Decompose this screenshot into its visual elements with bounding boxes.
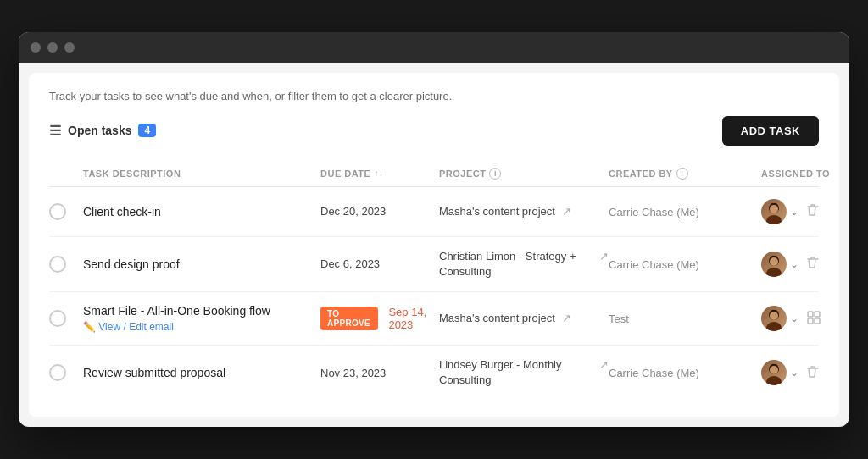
- view-edit-email-link[interactable]: ✏️ View / Edit email: [83, 321, 174, 333]
- titlebar: [19, 32, 849, 63]
- header-row: ☰ Open tasks 4 ADD TASK: [49, 116, 819, 146]
- table-row: Review submitted proposalNov 23, 2023Lin…: [49, 346, 819, 400]
- project-cell: Lindsey Burger - Monthly Consulting↗︎: [439, 357, 609, 388]
- assigned-to-cell: ⌄: [761, 199, 849, 224]
- svg-point-4: [766, 268, 782, 277]
- col-created: CREATED BY i: [609, 168, 761, 180]
- avatar: [761, 199, 787, 224]
- col-check: [49, 168, 83, 180]
- svg-point-1: [766, 215, 782, 224]
- task-description-cell: Smart File - All-in-One Booking flow✏️ V…: [83, 304, 320, 333]
- dot-red: [31, 42, 41, 53]
- created-by-cell: Carrie Chase (Me): [609, 204, 761, 219]
- copy-icon[interactable]: [807, 311, 821, 327]
- created-by-value: Carrie Chase (Me): [609, 258, 699, 271]
- col-assigned: ASSIGNED TO: [761, 168, 849, 180]
- task-name: Send design proof: [83, 257, 320, 271]
- add-task-button[interactable]: ADD TASK: [722, 116, 819, 146]
- due-date-value: Dec 20, 2023: [320, 205, 386, 218]
- task-check[interactable]: [49, 364, 83, 381]
- assigned-to-cell: ⌄: [761, 306, 849, 331]
- sort-icon[interactable]: ↑↓: [374, 169, 383, 178]
- external-link-icon[interactable]: ↗︎: [599, 250, 609, 263]
- col-project: PROJECT i: [439, 168, 609, 180]
- avatar: [761, 252, 787, 277]
- project-name: Lindsey Burger - Monthly Consulting: [439, 357, 593, 388]
- svg-point-7: [766, 322, 782, 331]
- app-window: Track your tasks to see what's due and w…: [19, 32, 849, 428]
- svg-rect-12: [815, 318, 820, 324]
- task-description-cell: Client check-in: [83, 205, 320, 218]
- project-info-icon[interactable]: i: [489, 168, 501, 180]
- due-date-value: Dec 6, 2023: [320, 257, 380, 270]
- delete-icon[interactable]: [807, 365, 819, 381]
- task-name: Review submitted proposal: [83, 366, 320, 379]
- project-name: Masha's content project: [439, 204, 555, 219]
- due-date-cell: TO APPROVESep 14, 2023: [320, 306, 439, 331]
- svg-rect-9: [808, 312, 813, 317]
- assigned-dropdown-icon[interactable]: ⌄: [790, 312, 798, 324]
- assigned-dropdown-icon[interactable]: ⌄: [790, 258, 798, 270]
- complete-checkbox[interactable]: [49, 203, 66, 220]
- task-sub-actions: ✏️ View / Edit email: [83, 321, 320, 333]
- svg-point-15: [770, 366, 778, 374]
- dot-green: [64, 42, 75, 53]
- open-tasks-section: ☰ Open tasks 4: [49, 123, 156, 139]
- due-date-cell: Dec 6, 2023: [320, 257, 439, 270]
- svg-point-8: [770, 312, 778, 320]
- table-row: Smart File - All-in-One Booking flow✏️ V…: [49, 292, 819, 346]
- dot-yellow: [47, 42, 58, 53]
- avatar: [761, 306, 787, 331]
- svg-rect-11: [808, 318, 813, 324]
- col-task: TASK DESCRIPTION: [83, 168, 320, 180]
- task-description-cell: Review submitted proposal: [83, 366, 320, 379]
- task-name: Client check-in: [83, 205, 320, 218]
- created-by-cell: Test: [609, 311, 761, 326]
- status-badge: TO APPROVE: [320, 307, 378, 330]
- assigned-dropdown-icon[interactable]: ⌄: [790, 206, 798, 218]
- svg-point-5: [770, 257, 778, 266]
- open-tasks-label: Open tasks: [68, 124, 131, 137]
- project-cell: Masha's content project↗︎: [439, 311, 609, 326]
- delete-icon[interactable]: [807, 203, 819, 219]
- due-date-cell: Dec 20, 2023: [320, 205, 439, 218]
- table-row: Client check-inDec 20, 2023Masha's conte…: [49, 187, 819, 237]
- created-by-cell: Carrie Chase (Me): [609, 365, 761, 380]
- svg-point-2: [770, 205, 778, 213]
- complete-checkbox[interactable]: [49, 256, 66, 273]
- assigned-to-cell: ⌄: [761, 252, 849, 277]
- filter-icon[interactable]: ☰: [49, 123, 61, 139]
- created-info-icon[interactable]: i: [676, 168, 688, 180]
- svg-rect-10: [815, 312, 820, 317]
- main-content: Track your tasks to see what's due and w…: [29, 73, 839, 418]
- created-by-value: Carrie Chase (Me): [609, 367, 699, 379]
- due-date-cell: Nov 23, 2023: [320, 367, 439, 379]
- external-link-icon[interactable]: ↗︎: [599, 358, 609, 371]
- assigned-dropdown-icon[interactable]: ⌄: [790, 367, 798, 379]
- table-header: TASK DESCRIPTION DUE DATE ↑↓ PROJECT i C…: [49, 163, 819, 187]
- complete-checkbox[interactable]: [49, 310, 66, 327]
- due-date-value: Sep 14, 2023: [388, 306, 439, 331]
- task-table-body: Client check-inDec 20, 2023Masha's conte…: [49, 187, 819, 401]
- project-name: Christian Limon - Strategy + Consulting: [439, 249, 593, 279]
- created-by-value: Carrie Chase (Me): [609, 206, 699, 218]
- task-name: Smart File - All-in-One Booking flow: [83, 304, 320, 318]
- task-check[interactable]: [49, 256, 83, 273]
- svg-point-14: [766, 376, 782, 385]
- complete-checkbox[interactable]: [49, 364, 66, 381]
- open-tasks-badge: 4: [138, 124, 156, 137]
- task-check[interactable]: [49, 310, 83, 327]
- task-description-cell: Send design proof: [83, 257, 320, 271]
- project-cell: Masha's content project↗︎: [439, 204, 609, 219]
- due-date-value: Nov 23, 2023: [320, 367, 386, 379]
- external-link-icon[interactable]: ↗︎: [562, 312, 571, 324]
- task-check[interactable]: [49, 203, 83, 220]
- table-row: Send design proofDec 6, 2023Christian Li…: [49, 237, 819, 292]
- delete-icon[interactable]: [807, 256, 819, 272]
- external-link-icon[interactable]: ↗︎: [562, 205, 571, 218]
- assigned-to-cell: ⌄: [761, 360, 849, 385]
- project-name: Masha's content project: [439, 311, 555, 326]
- page-subtitle: Track your tasks to see what's due and w…: [49, 90, 819, 102]
- avatar: [761, 360, 787, 385]
- col-due: DUE DATE ↑↓: [320, 168, 439, 180]
